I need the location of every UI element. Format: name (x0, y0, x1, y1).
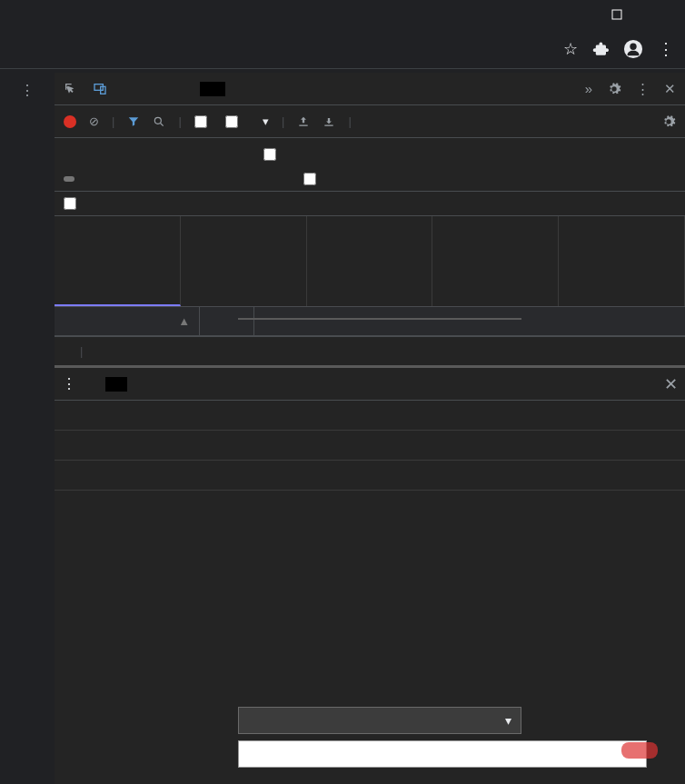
timeline-tick (432, 216, 559, 306)
tab-elements[interactable] (118, 82, 144, 96)
filter-xhr[interactable] (85, 176, 96, 182)
filter-manifest[interactable] (260, 176, 271, 182)
user-agent-select[interactable]: ▾ (238, 707, 521, 734)
filter-img[interactable] (151, 176, 162, 182)
chevron-down-icon: ▾ (505, 713, 511, 728)
has-blocked-cookies-checkbox[interactable] (303, 173, 322, 185)
svg-line-6 (161, 123, 164, 125)
maximize-icon (611, 9, 622, 20)
browser-toolbar: ☆ ⋮ (0, 29, 685, 69)
settings-gear-icon[interactable] (603, 78, 625, 100)
record-button[interactable] (64, 115, 76, 128)
devtools-menu-icon[interactable]: ⋮ (632, 77, 653, 101)
filter-font[interactable] (194, 176, 205, 182)
devtools-panel: » ⋮ ✕ ⊘ | | ▾ | | (55, 73, 685, 784)
devtools-close-icon[interactable]: ✕ (660, 77, 680, 101)
browser-menu-icon[interactable]: ⋮ (658, 39, 674, 59)
user-agent-input[interactable] (238, 740, 647, 768)
tab-performance[interactable] (227, 82, 253, 96)
preserve-log-checkbox[interactable] (194, 115, 213, 128)
drawer-panel: ⋮ ✕ (55, 365, 685, 491)
bookmark-star-icon[interactable]: ☆ (563, 39, 578, 59)
filter-icon[interactable] (127, 115, 140, 128)
filter-css[interactable] (129, 176, 140, 182)
watermark-icon (621, 742, 658, 759)
col-name[interactable]: ▲ (55, 307, 200, 335)
col-status[interactable] (200, 307, 254, 335)
tab-sources[interactable] (173, 82, 198, 96)
more-tabs-icon[interactable]: » (581, 77, 596, 100)
filter-all[interactable] (64, 176, 74, 182)
search-icon[interactable] (153, 115, 165, 128)
filter-media[interactable] (173, 176, 184, 182)
disable-cache-checkbox[interactable] (225, 115, 243, 128)
timeline-tick (181, 216, 307, 306)
filter-ws[interactable] (238, 176, 249, 182)
filter-input[interactable] (64, 144, 245, 165)
devtools-header: » ⋮ ✕ (55, 73, 685, 105)
blocked-requests-checkbox[interactable] (64, 197, 82, 210)
svg-point-2 (630, 43, 636, 49)
window-minimize-button[interactable] (555, 1, 596, 28)
filter-other[interactable] (282, 176, 293, 182)
dock-menu-icon[interactable]: ⋮ (0, 73, 55, 108)
devtools-tabs (118, 82, 574, 96)
table-header: ▲ (55, 307, 685, 336)
window-maximize-button[interactable] (596, 1, 637, 28)
throttling-row (55, 431, 685, 461)
caching-row (55, 401, 685, 431)
filter-doc[interactable] (216, 176, 227, 182)
drawer-close-icon[interactable]: ✕ (664, 374, 678, 394)
tab-network[interactable] (200, 82, 225, 96)
svg-rect-0 (612, 10, 621, 19)
extensions-icon[interactable] (592, 41, 609, 57)
user-agent-row (55, 461, 685, 491)
network-settings-gear-icon[interactable] (661, 114, 676, 129)
inspect-icon[interactable] (60, 78, 82, 100)
clear-icon[interactable]: ⊘ (89, 114, 99, 128)
dock-strip: ⋮ (0, 73, 55, 784)
user-agent-dropdown-list[interactable] (238, 318, 521, 320)
blocked-requests-row (55, 192, 685, 216)
type-filter-row (64, 173, 676, 185)
timeline-tick (55, 216, 181, 306)
filter-bar (55, 138, 685, 192)
drawer-tab-network-conditions[interactable] (105, 377, 127, 392)
hide-data-urls-checkbox[interactable] (263, 148, 282, 161)
window-titlebar (0, 0, 685, 29)
download-har-icon[interactable] (323, 115, 335, 128)
tab-console[interactable] (145, 82, 171, 96)
request-table: ▲ (55, 307, 685, 336)
svg-point-5 (155, 117, 162, 124)
timeline-overview[interactable] (55, 216, 685, 307)
drawer-tabs: ⋮ ✕ (55, 368, 685, 401)
window-close-button[interactable] (637, 1, 678, 28)
filter-js[interactable] (107, 176, 118, 182)
network-toolbar: ⊘ | | ▾ | | (55, 105, 685, 138)
profile-icon[interactable] (623, 39, 643, 59)
device-toggle-icon[interactable] (89, 78, 111, 100)
drawer-tab-console[interactable] (80, 377, 102, 392)
request-summary: | (55, 336, 685, 365)
throttling-select[interactable]: ▾ (256, 114, 269, 128)
timeline-tick (559, 216, 685, 306)
upload-har-icon[interactable] (297, 115, 310, 128)
timeline-tick (307, 216, 433, 306)
drawer-menu-icon[interactable]: ⋮ (62, 375, 76, 392)
